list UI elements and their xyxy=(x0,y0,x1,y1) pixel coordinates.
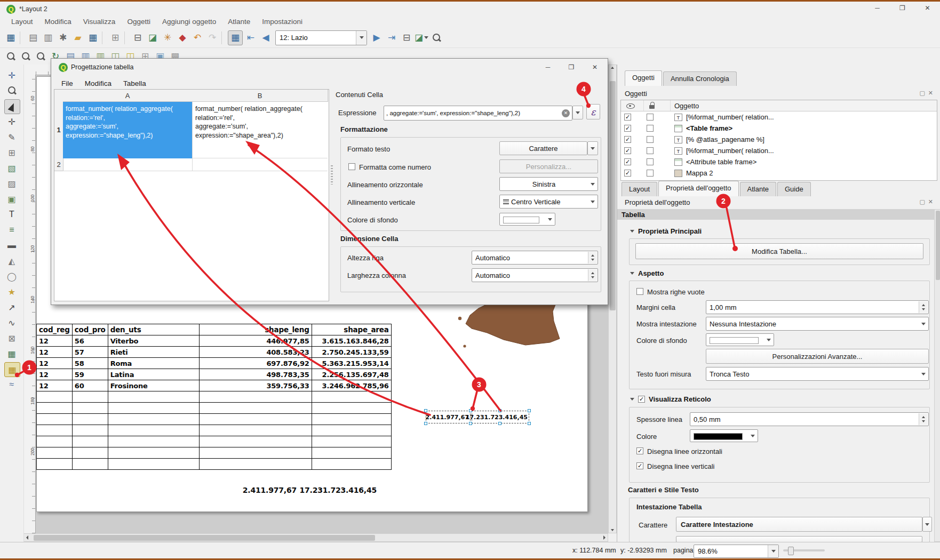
add-page-icon[interactable]: ⊞ xyxy=(4,146,19,159)
menu-layout[interactable]: Layout xyxy=(5,16,39,27)
dialog-menu-file[interactable]: File xyxy=(55,78,79,89)
object-list-item[interactable]: T[% @atlas_pagename %] xyxy=(621,134,937,146)
add-legend-icon[interactable]: ≡ xyxy=(4,223,19,237)
canvas-vscrollbar[interactable] xyxy=(608,65,617,533)
maximize-button[interactable]: ❐ xyxy=(890,2,915,15)
selection-handle[interactable] xyxy=(469,422,472,425)
add-node-item-icon[interactable]: ∿ xyxy=(4,316,19,330)
add-items-icon[interactable]: ⊞ xyxy=(108,31,122,45)
menu-visualizza[interactable]: Visualizza xyxy=(77,16,122,27)
colore-sfondo-cella-picker[interactable] xyxy=(499,213,555,226)
atlas-next-icon[interactable]: ▶ xyxy=(370,31,384,45)
properties-scrollbar[interactable] xyxy=(934,209,940,542)
panel-controls[interactable]: ▢✕ xyxy=(919,198,933,205)
splitter-handle[interactable] xyxy=(331,165,333,185)
mostra-intestazione-combo[interactable]: Nessuna Intestazione xyxy=(706,317,929,331)
cell-a2[interactable] xyxy=(63,158,193,171)
export-svg-icon[interactable]: ✳ xyxy=(161,31,174,45)
add-3d-map-icon[interactable]: ▨ xyxy=(4,177,19,190)
selected-label-total-leng[interactable]: 2.411.977,67 xyxy=(426,411,471,423)
larghezza-colonna-spinbox[interactable]: Automatico xyxy=(472,268,598,282)
object-list-item[interactable]: <Attribute table frame> xyxy=(621,157,937,168)
lock-checkbox[interactable] xyxy=(647,125,654,132)
mostra-righe-vuote-checkbox[interactable] xyxy=(636,288,643,295)
espressione-input[interactable]: , aggregate:='sum', expression:="shape_l… xyxy=(384,106,572,121)
table-designer-grid[interactable]: A B 1 2 format_number( relation_aggregat… xyxy=(54,89,329,301)
menu-atlante[interactable]: Atlante xyxy=(222,16,256,27)
dialog-menu-tabella[interactable]: Tabella xyxy=(117,78,152,89)
select-tool-icon[interactable] xyxy=(4,99,20,114)
object-list-item[interactable]: Mappa 2 xyxy=(621,168,937,179)
dialog-maximize-button[interactable]: ❐ xyxy=(560,59,583,75)
save-as-icon[interactable]: ▦ xyxy=(86,31,100,45)
atlas-export-icon[interactable]: ◪ xyxy=(415,31,428,45)
colore-reticolo-picker[interactable] xyxy=(690,429,758,442)
atlas-first-icon[interactable]: ⇤ xyxy=(244,31,258,45)
export-pdf-icon[interactable]: ◆ xyxy=(176,31,189,45)
formato-testo-dropdown[interactable] xyxy=(587,141,598,155)
margini-cella-spinbox[interactable]: 1,00 mm xyxy=(706,300,929,314)
reticolo-checkbox[interactable] xyxy=(638,396,645,403)
lock-checkbox[interactable] xyxy=(647,114,654,121)
tab-annulla-cronologia[interactable]: Annulla Cronologia xyxy=(663,71,737,86)
group-visualizza-reticolo[interactable]: Visualizza Reticolo xyxy=(630,395,711,403)
clear-expression-icon[interactable]: ✕ xyxy=(562,109,570,117)
row-header-1[interactable]: 1 xyxy=(54,101,63,159)
pan-tool-icon[interactable]: ✛ xyxy=(4,68,19,82)
visibility-checkbox[interactable] xyxy=(624,114,631,121)
add-arrow-icon[interactable]: ↗ xyxy=(4,300,19,314)
lock-checkbox[interactable] xyxy=(647,170,654,177)
tab-atlante[interactable]: Atlante xyxy=(740,182,776,196)
atlas-prev-icon[interactable]: ◀ xyxy=(259,31,273,45)
altezza-riga-spinbox[interactable]: Automatico xyxy=(472,251,598,265)
zoom-in-icon[interactable] xyxy=(19,50,33,63)
personalizzazioni-avanzate-button[interactable]: Personalizzazioni Avanzate... xyxy=(706,349,929,364)
group-aspetto[interactable]: Aspetto xyxy=(630,269,664,277)
atlas-feature-combo[interactable]: 12: Lazio xyxy=(275,30,367,45)
tab-oggetti[interactable]: Oggetti xyxy=(625,70,662,86)
duplicate-layout-icon[interactable]: ▥ xyxy=(41,31,55,45)
object-list-item[interactable]: T[%format_number( relation... xyxy=(621,146,937,157)
selection-handle[interactable] xyxy=(424,422,427,425)
close-panel-icon[interactable]: ✕ xyxy=(928,198,933,205)
minimize-button[interactable]: ─ xyxy=(865,2,890,15)
formato-testo-button[interactable]: Carattere xyxy=(499,141,587,155)
dialog-minimize-button[interactable]: ─ xyxy=(536,59,560,75)
colore-sfondo-picker[interactable] xyxy=(706,333,774,346)
menu-aggiungi-oggetto[interactable]: Aggiungi oggetto xyxy=(156,16,222,27)
add-picture-icon[interactable]: ▣ xyxy=(4,192,19,206)
add-label-icon[interactable]: T xyxy=(4,207,19,221)
zoom-level-combo[interactable]: 98.6% xyxy=(694,545,779,558)
carattere-dropdown[interactable] xyxy=(922,517,932,532)
add-map-icon[interactable]: ▧ xyxy=(4,161,19,175)
allineamento-orizzontale-combo[interactable]: Sinistra xyxy=(499,177,598,191)
visibility-checkbox[interactable] xyxy=(624,158,631,165)
column-header-b[interactable]: B xyxy=(192,90,328,102)
menu-modifica[interactable]: Modifica xyxy=(39,16,77,27)
selection-handle[interactable] xyxy=(424,409,427,412)
float-panel-icon[interactable]: ▢ xyxy=(919,90,925,97)
atlas-print-icon[interactable]: ⊟ xyxy=(400,31,413,45)
cell-b2[interactable] xyxy=(192,158,328,171)
visibility-checkbox[interactable] xyxy=(624,136,631,143)
add-north-arrow-icon[interactable]: ◭ xyxy=(4,254,19,268)
selection-handle[interactable] xyxy=(528,409,531,412)
close-button[interactable]: ✕ xyxy=(915,2,940,15)
selection-handle[interactable] xyxy=(469,409,472,412)
atlas-last-icon[interactable]: ⇥ xyxy=(385,31,399,45)
dialog-titlebar[interactable]: Q Progettazione tabella ─ ❐ ✕ xyxy=(51,59,608,76)
allineamento-verticale-combo[interactable]: Centro Verticale xyxy=(499,195,598,209)
zoom-full-icon[interactable] xyxy=(4,50,18,63)
grid-corner[interactable] xyxy=(54,90,63,102)
formatta-come-numero-checkbox[interactable] xyxy=(348,163,355,170)
selection-handle[interactable] xyxy=(498,409,501,412)
lock-checkbox[interactable] xyxy=(647,158,654,165)
tab-proprieta-oggetto[interactable]: Proprietà dell'oggetto xyxy=(658,181,738,196)
group-proprieta-principali[interactable]: Proprietà Principali xyxy=(630,227,702,235)
expression-builder-button[interactable]: ε xyxy=(586,104,600,119)
visibility-checkbox[interactable] xyxy=(624,147,631,154)
export-image-icon[interactable]: ◪ xyxy=(146,31,160,45)
selection-handle[interactable] xyxy=(498,422,501,425)
new-layout-icon[interactable]: ▤ xyxy=(26,31,40,45)
menu-oggetti[interactable]: Oggetti xyxy=(121,16,156,27)
